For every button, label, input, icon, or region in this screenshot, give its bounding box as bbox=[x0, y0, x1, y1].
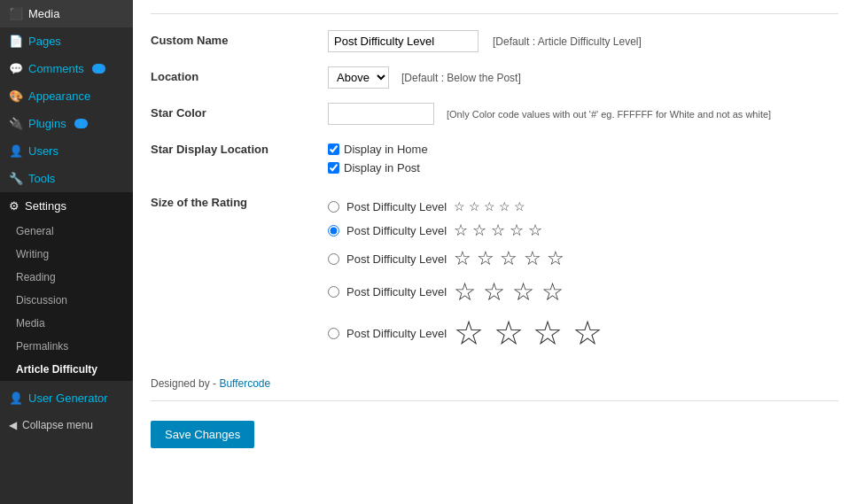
collapse-icon: ◀ bbox=[9, 419, 17, 431]
size3-stars: ☆ ☆ ☆ ☆ ☆ bbox=[454, 247, 564, 270]
appearance-icon: 🎨 bbox=[9, 89, 23, 103]
display-post-checkbox[interactable] bbox=[328, 162, 339, 174]
sidebar-item-users[interactable]: 👤 Users bbox=[0, 137, 133, 165]
size5-label: Post Difficulty Level bbox=[346, 327, 447, 340]
content-area: Custom Name [Default : Article Difficult… bbox=[133, 0, 856, 466]
sidebar-item-label: Plugins bbox=[28, 117, 66, 130]
star-color-input[interactable] bbox=[328, 103, 434, 125]
top-divider bbox=[151, 13, 838, 14]
sidebar-collapse[interactable]: ◀ Collapse menu bbox=[0, 412, 133, 438]
submenu-discussion[interactable]: Discussion bbox=[0, 289, 133, 312]
buffercode-link[interactable]: Buffercode bbox=[219, 377, 270, 390]
location-select[interactable]: Above Below bbox=[328, 66, 389, 89]
sidebar-item-label: User Generator bbox=[28, 392, 108, 405]
settings-form: Custom Name [Default : Article Difficult… bbox=[151, 23, 838, 367]
sidebar-item-user-generator[interactable]: 👤 User Generator bbox=[0, 384, 133, 412]
plugins-badge: 1 bbox=[74, 119, 89, 128]
location-label: Location bbox=[151, 70, 198, 83]
size-radio-1[interactable] bbox=[328, 201, 339, 213]
pages-icon: 📄 bbox=[9, 35, 23, 48]
size5-stars: ☆ ☆ ☆ ☆ bbox=[454, 314, 603, 353]
size3-label: Post Difficulty Level bbox=[346, 252, 447, 266]
settings-icon: ⚙ bbox=[9, 199, 19, 213]
size-option-3: Post Difficulty Level ☆ ☆ ☆ ☆ ☆ bbox=[328, 247, 838, 270]
sidebar-item-label: Media bbox=[28, 7, 59, 20]
location-control: Above Below [Default : Below the Post] bbox=[328, 66, 838, 89]
sidebar-item-label: Appearance bbox=[28, 89, 90, 103]
star-color-label: Star Color bbox=[151, 106, 206, 120]
size4-stars: ☆ ☆ ☆ ☆ bbox=[454, 277, 563, 306]
submenu-general[interactable]: General bbox=[0, 220, 133, 243]
size2-stars: ☆ ☆ ☆ ☆ ☆ bbox=[454, 221, 542, 240]
sidebar-item-appearance[interactable]: 🎨 Appearance bbox=[0, 82, 133, 110]
size4-label: Post Difficulty Level bbox=[346, 285, 447, 299]
tools-icon: 🔧 bbox=[9, 172, 23, 185]
submenu-article-difficulty[interactable]: Article Difficulty bbox=[0, 358, 133, 381]
submenu-writing[interactable]: Writing bbox=[0, 243, 133, 266]
save-button[interactable]: Save Changes bbox=[151, 421, 254, 448]
collapse-label: Collapse menu bbox=[22, 419, 93, 431]
custom-name-label: Custom Name bbox=[151, 34, 228, 47]
user-generator-icon: 👤 bbox=[9, 392, 23, 405]
sidebar-item-label: Comments bbox=[28, 62, 84, 75]
plugins-icon: 🔌 bbox=[9, 117, 23, 130]
size-rating-label: Size of the Rating bbox=[151, 196, 247, 209]
designed-by-text: Designed by - bbox=[151, 377, 216, 390]
star-color-hint: [Only Color code values with out '#' eg.… bbox=[447, 109, 771, 120]
size-option-4: Post Difficulty Level ☆ ☆ ☆ ☆ bbox=[328, 277, 838, 306]
designed-by: Designed by - Buffercode bbox=[151, 377, 838, 390]
display-home-label: Display in Home bbox=[344, 143, 428, 156]
main-content: Custom Name [Default : Article Difficult… bbox=[133, 0, 856, 504]
sidebar-item-label: Settings bbox=[25, 199, 66, 213]
star-color-row: Star Color [Only Color code values with … bbox=[151, 96, 838, 132]
size-radio-5[interactable] bbox=[328, 328, 339, 339]
size-radio-4[interactable] bbox=[328, 286, 339, 298]
sidebar-item-media[interactable]: ⬛ Media bbox=[0, 0, 133, 27]
sidebar-item-label: Users bbox=[28, 144, 58, 158]
size-option-5: Post Difficulty Level ☆ ☆ ☆ ☆ bbox=[328, 314, 838, 353]
size-option-2: Post Difficulty Level ☆ ☆ ☆ ☆ ☆ bbox=[328, 221, 838, 240]
sidebar-item-label: Pages bbox=[28, 35, 61, 48]
submenu-media[interactable]: Media bbox=[0, 312, 133, 335]
star-display-label: Star Display Location bbox=[151, 143, 268, 156]
comments-badge: 2 bbox=[92, 64, 106, 74]
size-radio-3[interactable] bbox=[328, 253, 339, 265]
star-color-control: [Only Color code values with out '#' eg.… bbox=[328, 103, 838, 125]
media-icon: ⬛ bbox=[9, 7, 23, 20]
custom-name-row: Custom Name [Default : Article Difficult… bbox=[151, 23, 838, 59]
custom-name-input[interactable] bbox=[328, 30, 479, 52]
size2-label: Post Difficulty Level bbox=[346, 224, 447, 237]
sidebar: ⬛ Media 📄 Pages 💬 Comments 2 🎨 Appearanc… bbox=[0, 0, 133, 504]
display-post-row: Display in Post bbox=[328, 161, 838, 174]
submenu-permalinks[interactable]: Permalinks bbox=[0, 335, 133, 358]
sidebar-item-label: Tools bbox=[28, 172, 55, 185]
comments-icon: 💬 bbox=[9, 62, 23, 75]
size-rating-row: Size of the Rating Post Difficulty Level… bbox=[151, 185, 838, 367]
display-home-checkbox[interactable] bbox=[328, 143, 339, 155]
submenu-reading[interactable]: Reading bbox=[0, 266, 133, 289]
save-button-row: Save Changes bbox=[151, 400, 838, 448]
sidebar-item-settings[interactable]: ⚙ Settings bbox=[0, 192, 133, 220]
sidebar-item-pages[interactable]: 📄 Pages bbox=[0, 27, 133, 55]
location-row: Location Above Below [Default : Below th… bbox=[151, 59, 838, 96]
size-option-1: Post Difficulty Level ☆ ☆ ☆ ☆ ☆ bbox=[328, 199, 838, 213]
size-radio-2[interactable] bbox=[328, 225, 339, 236]
star-display-checkboxes: Display in Home Display in Post bbox=[328, 143, 838, 174]
display-home-row: Display in Home bbox=[328, 143, 838, 156]
custom-name-hint: [Default : Article Difficulty Level] bbox=[493, 35, 642, 48]
star-display-location-row: Star Display Location Display in Home Di… bbox=[151, 132, 838, 185]
display-post-label: Display in Post bbox=[344, 161, 420, 174]
sidebar-item-plugins[interactable]: 🔌 Plugins 1 bbox=[0, 110, 133, 137]
sidebar-item-tools[interactable]: 🔧 Tools bbox=[0, 165, 133, 192]
settings-submenu: General Writing Reading Discussion Media… bbox=[0, 220, 133, 381]
size1-label: Post Difficulty Level bbox=[346, 200, 447, 213]
location-hint: [Default : Below the Post] bbox=[401, 72, 521, 84]
users-icon: 👤 bbox=[9, 144, 23, 158]
size1-stars: ☆ ☆ ☆ ☆ ☆ bbox=[454, 199, 525, 213]
sidebar-item-comments[interactable]: 💬 Comments 2 bbox=[0, 55, 133, 82]
